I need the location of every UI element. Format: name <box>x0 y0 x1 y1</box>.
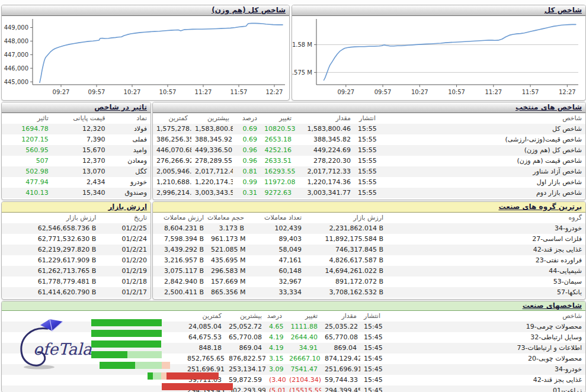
table-cell: 477.94 <box>2 177 52 188</box>
table-cell: 12,370 <box>52 156 109 166</box>
table-cell: 16293.55 <box>261 166 295 177</box>
table-cell: 89,403 <box>248 234 305 245</box>
section-header-equal-weight-index: شاخص کل (هم وزن) <box>2 5 289 16</box>
section-title-selected-indices[interactable]: شاخص های منتخب <box>515 103 582 111</box>
table-cell: 251,696.91 <box>184 364 225 375</box>
table-cell: 15:45 <box>360 375 384 385</box>
svg-text:11:57: 11:57 <box>522 89 539 95</box>
table-cell: 157.669 M <box>207 277 248 287</box>
table-cell: 521.085 M <box>207 245 248 255</box>
column-header: بیشترین <box>225 311 265 322</box>
table-cell: 1,220,174.36 <box>295 177 354 188</box>
table-cell: 01-زراعت <box>384 385 585 392</box>
table-cell: 20-محصولات چوبی <box>384 354 585 364</box>
table-cell: 102,439 <box>248 223 305 234</box>
table-cell: 294,399.45 <box>321 385 360 392</box>
table-cell: 57-بانکها <box>387 287 585 298</box>
section-title-total-index[interactable]: شاخص کل <box>545 6 582 14</box>
table-cell: 449,224.69 <box>295 145 354 156</box>
table-cell: 62,219,297.820 B <box>2 245 100 255</box>
svg-text:1.58 M: 1.58 M <box>292 41 312 48</box>
panel-total-index-chart: شاخص کل 1.575 M1.58 M09:2709:5710:2710:5… <box>292 5 586 101</box>
table-header-row: نمادقیمت پایانیتاثیر <box>2 113 150 124</box>
section-header-total-index: شاخص کل <box>292 5 585 16</box>
table-cell: 435.695 M <box>207 255 248 266</box>
table-cell: 15:45 <box>360 354 384 364</box>
table-cell: 507 <box>2 156 52 166</box>
table-cell: 3,003,341.77 <box>295 188 354 198</box>
table-cell: 3.09 <box>265 364 286 375</box>
table-cell: 34-خودرو <box>387 223 585 234</box>
table-cell: 61,262,713.765 B <box>2 266 100 277</box>
section-title-index-impact[interactable]: تاثیر در شاخص <box>94 103 147 111</box>
svg-text:11:57: 11:57 <box>230 89 248 95</box>
table-row: شاخص بازار دوم15:553,003,341.779272.630.… <box>153 188 585 198</box>
table-cell: 3.15 <box>265 354 286 364</box>
table-header-row: تاریخارزش بازار <box>2 213 150 223</box>
table-cell: 2653.18 <box>261 134 295 145</box>
table-cell: 3,075.117 B <box>153 266 207 277</box>
table-cell: 01/2/25 <box>100 223 150 234</box>
column-header: حجم معاملات <box>207 213 248 223</box>
table-row: ومعادن12,370507 <box>2 156 150 166</box>
column-header: تغییر <box>261 113 295 124</box>
table-cell: 7,598.394 B <box>153 234 207 245</box>
table-cell: 61,414,620.790 B <box>2 287 100 298</box>
section-title-market-value[interactable]: ارزش بازار <box>108 203 147 211</box>
table-cell: خودرو <box>108 177 150 188</box>
table-cell: 2,017,712.44 <box>191 166 233 177</box>
table-cell: 278,220.30 <box>295 156 354 166</box>
table-cell: 15,670 <box>52 145 109 156</box>
table-cell: 276,266.92 <box>153 156 191 166</box>
table-row: 57-بانکها3,708,162.532 B33,334865.356 M2… <box>153 287 585 298</box>
svg-text:09:27: 09:27 <box>53 89 70 95</box>
table-row: شاخص کل15:551,583,800.4610820.530.691,58… <box>153 124 585 134</box>
table-cell: 1,210,688.86 <box>153 177 191 188</box>
section-title-industry-indices[interactable]: شاخصهای صنعت <box>523 301 582 310</box>
table-cell: 25,035.22 <box>321 322 360 332</box>
table-row: 01/2/2162,219,297.820 B <box>2 245 150 255</box>
data-table: نمادقیمت پایانیتاثیرفولاد12,3201694.78فم… <box>2 113 150 198</box>
svg-text:446,000: 446,000 <box>4 65 28 72</box>
panel-industry-indices: شاخصهای صنعت شاخصانتشارمقدارتغییردرصدبیش… <box>1 301 586 392</box>
table-cell: 62,546,658.736 B <box>2 223 100 234</box>
table-cell: 32-وسایل ارتباطی <box>384 332 585 343</box>
table-cell: 251,696.91 <box>321 364 360 375</box>
table-cell: فولاد <box>108 124 150 134</box>
table-cell: 848.18 <box>184 343 225 354</box>
total-index-chart: 1.575 M1.58 M09:2709:5710:2710:5711:2711… <box>292 16 585 99</box>
table-cell: 23-فراورده نفتی <box>387 255 585 266</box>
table-row: فولاد12,3201694.78 <box>2 124 150 134</box>
table-cell: 388,345.92 <box>191 134 233 145</box>
table-cell: 2,434 <box>52 177 109 188</box>
table-cell: 2,231,862.014 B <box>305 223 387 234</box>
column-header: مقدار <box>321 311 360 322</box>
top-groups-table: گروهارزش بازارتعداد معاملاتحجم معاملاتار… <box>153 213 585 298</box>
section-title-equal-weight-index[interactable]: شاخص کل (هم وزن) <box>212 6 286 14</box>
table-cell: 64,675.53 <box>184 332 225 343</box>
table-row: 34-خودرو15:45251,696.917541.473.09253,13… <box>2 364 585 375</box>
column-header: درصد <box>233 113 261 124</box>
data-table: شاخصانتشارمقدارتغییردرصدبیشترینکمترینشاخ… <box>153 113 585 198</box>
table-row: خودرو2,434477.94 <box>2 177 150 188</box>
market-value-table: تاریخارزش بازار01/2/2562,546,658.736 B01… <box>2 213 150 298</box>
table-cell: 27-فلزات اساسی <box>387 234 585 245</box>
table-cell: 15:55 <box>354 177 379 188</box>
table-cell: 1111.88 <box>286 322 321 332</box>
column-header: ارزش بازار <box>305 213 387 223</box>
table-cell: 560.95 <box>2 145 52 156</box>
svg-text:10:57: 10:57 <box>448 89 465 95</box>
table-cell: 0.81 <box>233 166 261 177</box>
section-title-top-groups[interactable]: برترین گروه های صنعت <box>498 203 582 211</box>
table-cell: 852,765.65 <box>184 354 225 364</box>
table-cell: 15:45 <box>360 343 384 354</box>
table-cell: 15:45 <box>360 332 384 343</box>
table-cell: 65,770.08 <box>321 332 360 343</box>
table-cell: 61,229,617.909 B <box>2 255 100 266</box>
table-cell: 01/2/20 <box>100 255 150 266</box>
table-cell: 4.65 <box>265 322 286 332</box>
column-header: تغییر <box>286 311 321 322</box>
table-cell: (2104.34) <box>286 375 321 385</box>
table-cell: 13,070 <box>52 166 109 177</box>
table-row: 42-غذایی بجز قند746,317.845 B58,049521.0… <box>153 245 585 255</box>
